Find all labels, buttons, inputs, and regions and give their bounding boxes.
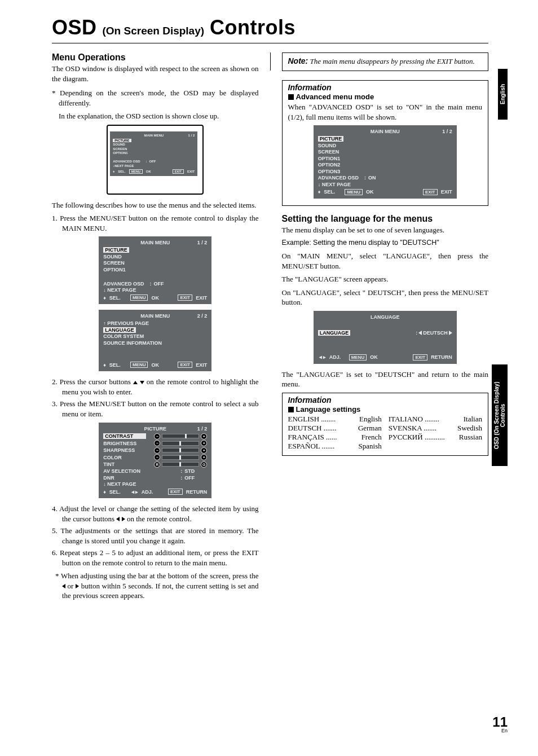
osd-adj: ADJ. — [329, 354, 341, 360]
osd-exit-btn: EXIT — [173, 169, 184, 174]
info-advanced-box: Information Advanced menu mode When "ADV… — [282, 80, 489, 206]
lang-row: ITALIANO ........Italian — [389, 415, 482, 424]
right-arrow-icon — [449, 331, 452, 335]
tv-diagram: MAIN MENU1 / 2 PICTURE SOUND SCREEN OPTI… — [107, 125, 204, 195]
left-arrow-icon — [418, 331, 422, 335]
plus-icon: G — [201, 461, 207, 468]
t: Russian — [459, 433, 482, 442]
intro-p1: The OSD window is displayed with respect… — [52, 64, 259, 83]
osd-advanced-main: MAIN MENU1 / 2 PICTURE SOUND SCREEN OPTI… — [314, 125, 457, 199]
info-sub: Language settings — [288, 405, 483, 414]
osd-main-2: MAIN MENU2 / 2 ↑ PREVIOUS PAGE LANGUAGE … — [99, 310, 211, 371]
note-label: Note: — [288, 56, 308, 65]
t: German — [358, 424, 382, 433]
t: button within 5 seconds. If not, the cur… — [62, 582, 259, 600]
osd-sel: SEL. — [109, 489, 121, 495]
info-text: When "ADVANCED OSD" is set to "ON" in th… — [288, 102, 483, 122]
t: or — [65, 582, 76, 590]
lang-row: ENGLISH ........English — [288, 415, 382, 424]
lang-p3: The "LANGUAGE" screen appears. — [282, 274, 489, 284]
osd-item: SOUND — [113, 143, 125, 146]
osd-item: SOUND — [318, 143, 337, 148]
osd-value: STD — [184, 468, 207, 474]
osd-sel: SEL. — [118, 170, 125, 173]
t: ESPAÑOL — [288, 442, 320, 450]
osd-language: LANGUAGE LANGUAGE : DEUTSCH ◄▸ADJ. MENUO… — [314, 311, 457, 364]
lang-row: ESPAÑOL .......Spanish — [288, 442, 382, 451]
slider: −+ — [143, 440, 207, 446]
intro-p3: In the explanation, the OSD section is s… — [52, 111, 259, 121]
lang-p5: The "LANGUAGE" is set to "DEUTSCH" and r… — [282, 370, 489, 389]
osd-value: OFF — [149, 160, 156, 163]
osd-sel: SEL. — [109, 362, 121, 368]
minus-icon: − — [154, 433, 160, 439]
left-column: Menu Operations The OSD window is displa… — [52, 52, 259, 604]
star-note-2: * When adjusting using the bar at the bo… — [52, 571, 259, 601]
osd-exit-btn: EXIT — [413, 354, 427, 361]
t: : — [416, 330, 417, 336]
osd-item: CONTRAST — [103, 433, 146, 439]
osd-item: OPTION1 — [318, 156, 341, 161]
up-arrow-icon — [133, 381, 138, 384]
side-tab-english: English — [498, 69, 508, 120]
page-number-value: 11 — [492, 714, 508, 729]
title-controls: Controls — [210, 16, 296, 39]
t: * When adjusting using the bar at the bo… — [55, 572, 259, 580]
step-5: 5. The adjustments or the settings that … — [52, 526, 259, 546]
side-tab-section: OSD (On Screen Display) Controls — [492, 364, 508, 466]
osd-mini-main: MAIN MENU1 / 2 PICTURE SOUND SCREEN OPTI… — [110, 131, 197, 176]
osd-adj: ADJ. — [142, 489, 153, 495]
info-language-box: Information Language settings ENGLISH ..… — [282, 393, 489, 456]
osd-item: OPTION2 — [318, 162, 341, 168]
tab-label: English — [500, 84, 506, 104]
lang-row: SVENSKA .......Swedish — [389, 424, 482, 433]
osd-menu-btn: MENU — [130, 295, 148, 301]
osd-item: SCREEN — [318, 149, 339, 155]
osd-item: OPTION1 — [103, 267, 126, 272]
osd-item: SCREEN — [103, 260, 125, 266]
osd-item: ADVANCED OSD — [103, 281, 144, 287]
slider: −+ — [143, 447, 207, 454]
t: SVENSKA — [389, 424, 422, 432]
osd-item: SHARPNESS — [103, 447, 143, 453]
osd-value: ON — [368, 175, 376, 181]
t: Swedish — [457, 424, 482, 433]
language-grid: ENGLISH ........English DEUTSCH .......G… — [288, 415, 483, 451]
osd-ok: OK — [370, 354, 378, 360]
plus-icon: + — [201, 433, 207, 439]
osd-next: NEXT PAGE — [107, 481, 136, 487]
column-divider — [270, 52, 271, 71]
plus-icon: + — [201, 454, 207, 460]
t: Language settings — [296, 405, 361, 414]
osd-prev: PREVIOUS PAGE — [107, 320, 149, 326]
plus-icon: + — [201, 447, 207, 454]
osd-item: SOUND — [103, 254, 122, 260]
osd-item: ADVANCED OSD — [113, 160, 140, 163]
osd-item: COLOR SYSTEM — [103, 333, 144, 339]
step-1: 1. Press the MENU/SET button on the remo… — [52, 213, 259, 233]
osd-item: LANGUAGE — [318, 330, 351, 336]
note-box: Note: The main menu disappears by pressi… — [282, 52, 489, 71]
slider: RG — [143, 461, 207, 468]
osd-exit-btn: EXIT — [178, 362, 192, 368]
step-4: 4. Adjust the level or change the settin… — [52, 504, 259, 524]
osd-item: DNR — [103, 475, 114, 481]
osd-item: SCREEN — [113, 147, 127, 151]
osd-exit-btn: EXIT — [168, 489, 183, 495]
osd-exit-label: EXIT — [196, 362, 207, 368]
minus-icon: − — [154, 440, 160, 446]
osd-title: LANGUAGE — [371, 314, 400, 320]
osd-page: 1 / 2 — [442, 129, 452, 134]
osd-title: MAIN MENU — [371, 129, 400, 134]
t: ENGLISH — [288, 415, 320, 423]
lang-p4: On "LANGUAGE", select " DEUTSCH", then p… — [282, 288, 489, 307]
menu-operations-heading: Menu Operations — [52, 52, 259, 63]
t: English — [359, 415, 382, 424]
osd-picture-menu: PICTURE1 / 2 CONTRAST−+ BRIGHTNESS−+ SHA… — [99, 423, 211, 499]
info-title: Information — [288, 83, 483, 92]
tab-label: OSD (On Screen Display) Controls — [493, 381, 506, 449]
osd-item: COLOR — [103, 455, 143, 460]
t: Italian — [464, 415, 482, 424]
t: DEUTSCH — [423, 330, 448, 336]
square-icon — [288, 407, 294, 412]
